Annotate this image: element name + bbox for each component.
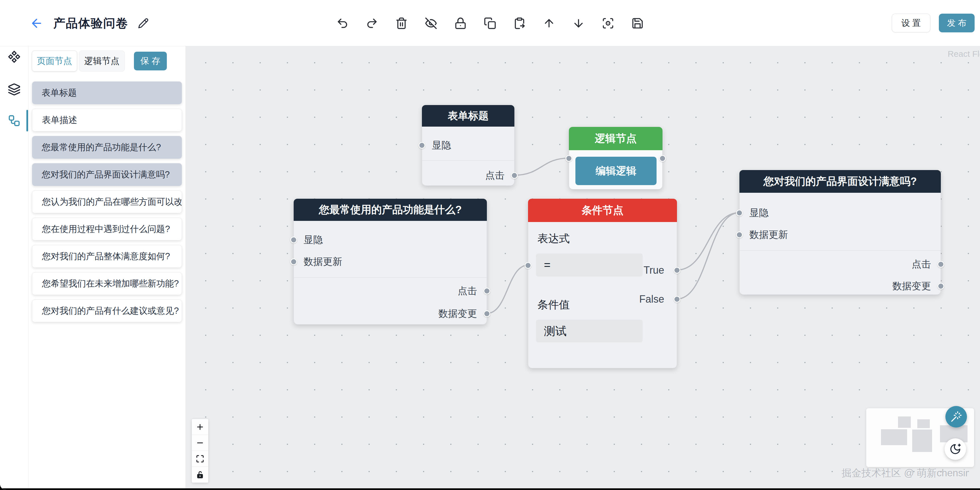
- port-data-change-out[interactable]: [937, 283, 944, 290]
- node-question2[interactable]: 您对我们的产品界面设计满意吗? 显隐 数据更新 点击 数据变更: [740, 170, 941, 295]
- output-label: 点击: [485, 169, 504, 182]
- magic-wand-button[interactable]: [945, 406, 967, 428]
- node-header[interactable]: 您最常使用的产品功能是什么?: [294, 199, 487, 221]
- edit-title-button[interactable]: [138, 18, 149, 29]
- undo-button[interactable]: [336, 17, 349, 30]
- fit-view-button[interactable]: [192, 451, 208, 467]
- save-flow-button[interactable]: [631, 17, 644, 30]
- edge-datachange-to-condition[interactable]: [487, 265, 528, 313]
- tab-page-nodes[interactable]: 页面节点: [32, 51, 77, 72]
- edit-logic-button[interactable]: 编辑逻辑: [575, 157, 657, 185]
- minimap-node: [881, 429, 907, 445]
- workflow-icon: [8, 114, 21, 127]
- canvas-toolbar: [336, 0, 644, 46]
- rail-components-button[interactable]: [8, 50, 21, 63]
- unlock-icon: [196, 471, 204, 479]
- port-false-out[interactable]: [674, 296, 680, 303]
- false-label: False: [639, 293, 664, 305]
- wand-icon: [950, 411, 962, 423]
- port-condition-in[interactable]: [525, 262, 531, 269]
- zoom-in-button[interactable]: [192, 419, 208, 435]
- arrow-up-icon: [543, 17, 555, 30]
- port-show-hide-in[interactable]: [290, 236, 297, 243]
- port-show-hide-in[interactable]: [736, 209, 743, 216]
- lock-button[interactable]: [454, 17, 467, 30]
- watermark: 掘金技术社区 @ 萌新chensir: [842, 466, 969, 480]
- page-title: 产品体验问卷: [53, 15, 128, 31]
- paste-button[interactable]: [513, 17, 526, 30]
- port-logic-out[interactable]: [659, 155, 666, 162]
- move-down-button[interactable]: [572, 17, 585, 30]
- node-header[interactable]: 条件节点: [528, 199, 677, 222]
- port-show-hide-in[interactable]: [418, 142, 425, 149]
- list-item[interactable]: 您在使用过程中遇到过什么问题?: [32, 218, 182, 241]
- list-item[interactable]: 表单描述: [32, 109, 182, 131]
- list-item[interactable]: 您对我们的产品整体满意度如何?: [32, 245, 182, 268]
- back-button[interactable]: [30, 16, 44, 30]
- minimap-node: [917, 419, 930, 428]
- copy-button[interactable]: [484, 17, 496, 30]
- minimap-node: [912, 429, 932, 452]
- node-panel: 页面节点 逻辑节点 保 存 表单标题 表单描述 您最常使用的产品功能是什么? 您…: [29, 46, 186, 488]
- node-divider: [422, 160, 514, 161]
- edge-false-to-question2[interactable]: [677, 212, 740, 299]
- output-label: 点击: [458, 284, 477, 297]
- pencil-icon: [138, 18, 149, 29]
- rail-layers-button[interactable]: [8, 83, 21, 96]
- port-click-out[interactable]: [937, 261, 944, 268]
- list-item[interactable]: 您最常使用的产品功能是什么?: [32, 136, 182, 159]
- port-logic-in[interactable]: [565, 155, 572, 162]
- move-up-button[interactable]: [542, 17, 555, 30]
- top-actions: 设 置 发 布: [892, 14, 975, 32]
- list-item[interactable]: 您认为我们的产品在哪些方面可以改...: [32, 190, 182, 213]
- dark-mode-button[interactable]: [945, 438, 966, 460]
- fit-view-icon: [196, 455, 204, 463]
- rail-workflow-button[interactable]: [8, 114, 21, 127]
- output-label: 数据变更: [438, 307, 477, 320]
- input-label: 显隐: [304, 233, 323, 246]
- condition-value-input[interactable]: 测试: [536, 320, 643, 342]
- expression-label: 表达式: [538, 231, 570, 246]
- port-click-out[interactable]: [484, 287, 490, 294]
- undo-icon: [336, 17, 349, 30]
- port-data-change-out[interactable]: [484, 310, 490, 317]
- delete-button[interactable]: [395, 17, 408, 30]
- node-condition[interactable]: 条件节点 表达式 = 条件值 测试 True False: [528, 199, 677, 368]
- copy-icon: [484, 17, 496, 30]
- save-button[interactable]: 保 存: [134, 52, 167, 70]
- settings-button[interactable]: 设 置: [892, 14, 930, 32]
- list-item[interactable]: 您对我们的产品有什么建议或意见?: [32, 300, 182, 322]
- list-item[interactable]: 您希望我们在未来增加哪些新功能?: [32, 272, 182, 295]
- expression-input[interactable]: =: [536, 254, 643, 276]
- node-form-title[interactable]: 表单标题 显隐 点击: [422, 105, 514, 186]
- edge-click-to-logic[interactable]: [514, 158, 569, 175]
- node-header[interactable]: 逻辑节点: [569, 127, 662, 150]
- list-item[interactable]: 您对我们的产品界面设计满意吗?: [32, 163, 182, 186]
- port-data-update-in[interactable]: [736, 231, 743, 238]
- port-click-out[interactable]: [511, 172, 518, 179]
- component-icon: [8, 50, 21, 63]
- true-label: True: [643, 264, 664, 276]
- port-data-update-in[interactable]: [290, 259, 297, 265]
- zoom-out-button[interactable]: [192, 435, 208, 451]
- redo-button[interactable]: [366, 17, 379, 30]
- flow-canvas[interactable]: React Flow 表单标题 显隐 点击 逻辑节点 编辑逻辑 您最常使用的产品…: [186, 46, 980, 490]
- publish-button[interactable]: 发 布: [939, 14, 975, 32]
- tab-logic-nodes[interactable]: 逻辑节点: [79, 51, 125, 72]
- lock-interactivity-button[interactable]: [192, 467, 208, 483]
- plus-icon: [196, 423, 204, 431]
- node-question1[interactable]: 您最常使用的产品功能是什么? 显隐 数据更新 点击 数据变更: [294, 199, 487, 324]
- focus-center-button[interactable]: [601, 17, 614, 30]
- layers-icon: [8, 83, 21, 96]
- minimap-node: [898, 417, 911, 428]
- input-label: 数据更新: [304, 255, 342, 268]
- edge-true-to-question2[interactable]: [677, 212, 740, 270]
- node-header[interactable]: 表单标题: [422, 105, 514, 127]
- node-logic[interactable]: 逻辑节点 编辑逻辑: [569, 127, 662, 189]
- bottom-strip: [0, 488, 980, 490]
- title-group: 产品体验问卷: [30, 0, 149, 46]
- list-item[interactable]: 表单标题: [32, 81, 182, 104]
- port-true-out[interactable]: [674, 267, 680, 274]
- hide-button[interactable]: [425, 17, 438, 30]
- node-header[interactable]: 您对我们的产品界面设计满意吗?: [740, 170, 941, 193]
